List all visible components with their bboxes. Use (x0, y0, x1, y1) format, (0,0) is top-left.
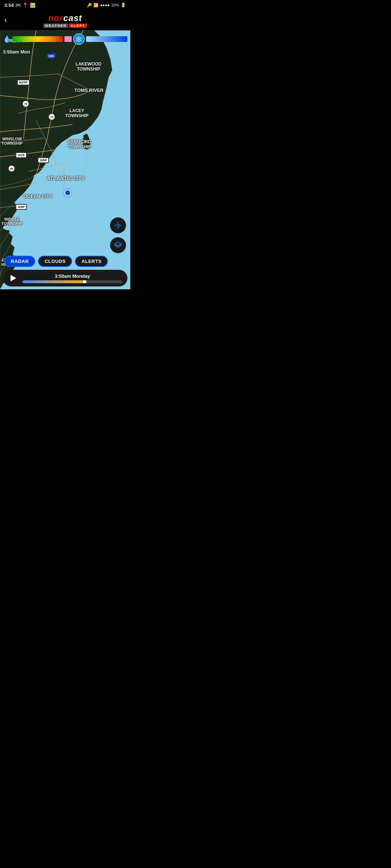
road-sign-ace: ACE (16, 152, 27, 158)
timeline-time-bold: 3:50am (55, 273, 71, 279)
map-timestamp: 3:50am Mon (3, 48, 30, 55)
status-battery-icon: 🔋 (121, 3, 126, 8)
timestamp-day: Mon (20, 49, 30, 55)
svg-marker-7 (83, 133, 91, 150)
user-location-dot (64, 190, 71, 196)
road-sign-195: 195 (47, 54, 55, 59)
location-icon (114, 221, 122, 229)
timeline-thumb (82, 280, 87, 283)
legend-snow-icon: ❄️ (73, 33, 85, 45)
bottom-controls: RADAR CLOUDS ALERTS 3:50am Monday (0, 253, 130, 289)
layers-icon (114, 241, 122, 249)
alerts-mode-button[interactable]: ALERTS (75, 256, 108, 267)
svg-point-9 (27, 187, 45, 196)
map-svg (0, 30, 130, 289)
svg-point-11 (3, 225, 19, 230)
road-sign-70: 70 (22, 100, 29, 107)
radar-mode-button[interactable]: RADAR (4, 256, 35, 267)
play-button[interactable] (8, 273, 19, 284)
timeline-content: 3:50am Monday (22, 273, 122, 283)
timeline-track[interactable] (22, 280, 122, 283)
logo-cast: cast (63, 13, 82, 23)
timeline-bar: 3:50am Monday (3, 270, 127, 286)
timeline-time: 3:50am Monday (22, 273, 122, 279)
play-icon (10, 275, 16, 281)
status-battery: 10% (111, 3, 119, 7)
my-location-button[interactable] (110, 217, 126, 233)
legend-gradient-rain (12, 36, 63, 42)
legend-gradient-snow (86, 36, 127, 42)
road-sign-gsp-2: GSP (16, 204, 27, 210)
legend-pink (64, 36, 72, 42)
app-logo: nor cast WEATHER ALERT (43, 13, 87, 28)
rain-icon: 💧 (3, 35, 11, 43)
mode-buttons-row: RADAR CLOUDS ALERTS (0, 253, 130, 270)
timeline-day: Monday (72, 273, 90, 279)
logo-weather: WEATHER (43, 24, 68, 28)
status-location-icon: 📍 (22, 3, 28, 8)
status-key-icon: 🔑 (87, 3, 92, 8)
svg-point-8 (45, 166, 60, 177)
timeline-progress (22, 280, 84, 283)
status-signal-icon: ●●●● (100, 3, 110, 7)
legend-bar: 💧 ❄️ (0, 33, 130, 45)
map-area[interactable]: 💧 ❄️ 3:50am Mon TRENTON LAKEWOODTOWNSHIP… (0, 30, 130, 289)
logo-alert: ALERT (69, 24, 87, 28)
logo-nor: nor (48, 13, 63, 23)
top-bar: ‹ nor cast WEATHER ALERT (0, 10, 130, 30)
clouds-mode-button[interactable]: CLOUDS (38, 256, 72, 267)
status-game-icon: 🎮 (15, 3, 21, 8)
back-button[interactable]: ‹ (4, 16, 7, 25)
road-sign-40: 40 (8, 165, 15, 172)
status-wifi-icon: 📶 (93, 3, 98, 8)
status-bar: 3:54 🎮 📍 🖼️ 🔑 📶 ●●●● 10% 🔋 (0, 0, 130, 10)
road-sign-njtp: NJTP (17, 80, 30, 85)
status-time: 3:54 (4, 3, 14, 8)
status-gallery-icon: 🖼️ (30, 3, 35, 8)
road-sign-72: 72 (48, 113, 55, 120)
road-sign-gsp-1: GSP (38, 157, 49, 163)
svg-point-12 (117, 224, 119, 226)
layers-button[interactable] (110, 237, 126, 253)
timestamp-time: 3:50am (3, 49, 19, 55)
